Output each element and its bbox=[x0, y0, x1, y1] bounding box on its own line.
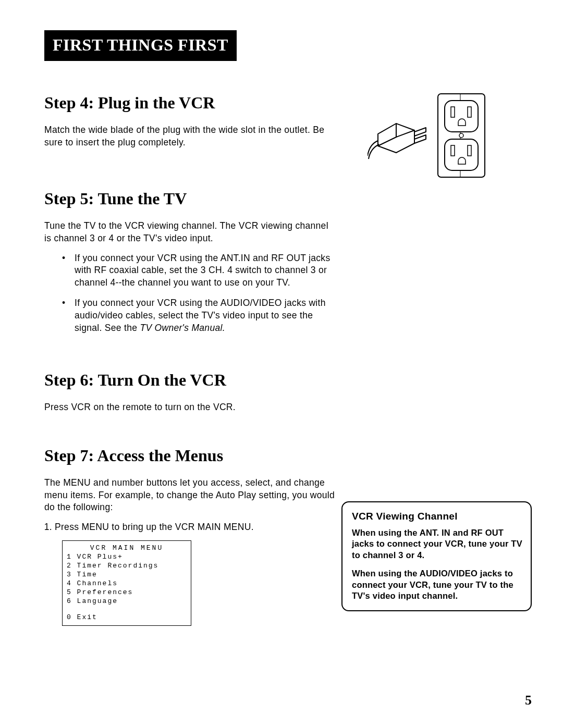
step-6-section: Step 6: Turn On the VCR Press VCR on the… bbox=[44, 371, 336, 414]
step-7-heading: Step 7: Access the Menus bbox=[44, 446, 336, 465]
menu-item-1: 1 VCR Plus+ bbox=[67, 553, 187, 562]
step-4-paragraph: Match the wide blade of the plug with th… bbox=[44, 124, 336, 149]
menu-title: VCR MAIN MENU bbox=[67, 544, 187, 553]
svg-rect-5 bbox=[445, 139, 478, 170]
step-7-numbered-list: Press MENU to bring up the VCR MAIN MENU… bbox=[44, 521, 336, 534]
step-5-bullet-list: If you connect your VCR using the ANT.IN… bbox=[44, 252, 336, 335]
plug-outlet-illustration bbox=[368, 91, 490, 180]
menu-item-5: 5 Preferences bbox=[67, 588, 187, 597]
step-6-paragraph: Press VCR on the remote to turn on the V… bbox=[44, 401, 336, 414]
step-6-heading: Step 6: Turn On the VCR bbox=[44, 371, 336, 390]
main-content-column: Step 4: Plug in the VCR Match the wide b… bbox=[44, 93, 336, 626]
svg-rect-7 bbox=[468, 145, 471, 156]
vcr-viewing-channel-callout: VCR Viewing Channel When using the ANT. … bbox=[341, 501, 532, 611]
step-7-item-1: Press MENU to bring up the VCR MAIN MENU… bbox=[55, 521, 336, 534]
callout-paragraph-2: When using the AUDIO/VIDEO jacks to conn… bbox=[352, 568, 523, 601]
svg-rect-6 bbox=[451, 145, 455, 156]
step-5-bullet-1: If you connect your VCR using the ANT.IN… bbox=[62, 252, 336, 289]
svg-rect-4 bbox=[468, 107, 471, 117]
step-7-section: Step 7: Access the Menus The MENU and nu… bbox=[44, 446, 336, 626]
step-4-heading: Step 4: Plug in the VCR bbox=[44, 93, 336, 113]
menu-item-6: 6 Language bbox=[67, 597, 187, 606]
manual-page: FIRST THINGS FIRST bbox=[0, 0, 563, 728]
step-7-paragraph: The MENU and number buttons let you acce… bbox=[44, 477, 336, 514]
svg-rect-2 bbox=[445, 101, 478, 132]
step-5-bullet-2-ref: TV Owner's Manual. bbox=[140, 323, 225, 333]
vcr-main-menu-box: VCR MAIN MENU 1 VCR Plus+ 2 Timer Record… bbox=[62, 540, 191, 625]
section-header: FIRST THINGS FIRST bbox=[44, 30, 237, 61]
menu-exit: 0 Exit bbox=[67, 613, 187, 622]
step-5-section: Step 5: Tune the TV Tune the TV to the V… bbox=[44, 189, 336, 334]
step-4-section: Step 4: Plug in the VCR Match the wide b… bbox=[44, 93, 336, 149]
step-5-paragraph: Tune the TV to the VCR viewing channel. … bbox=[44, 220, 336, 244]
callout-title: VCR Viewing Channel bbox=[352, 511, 523, 522]
svg-rect-3 bbox=[451, 107, 455, 117]
svg-point-8 bbox=[459, 133, 463, 138]
step-5-bullet-2: If you connect your VCR using the AUDIO/… bbox=[62, 297, 336, 334]
menu-item-4: 4 Channels bbox=[67, 579, 187, 588]
callout-paragraph-1: When using the ANT. IN and RF OUT jacks … bbox=[352, 527, 523, 561]
menu-item-3: 3 Time bbox=[67, 571, 187, 579]
page-number: 5 bbox=[525, 693, 532, 708]
menu-item-2: 2 Timer Recordings bbox=[67, 562, 187, 571]
step-5-heading: Step 5: Tune the TV bbox=[44, 189, 336, 208]
